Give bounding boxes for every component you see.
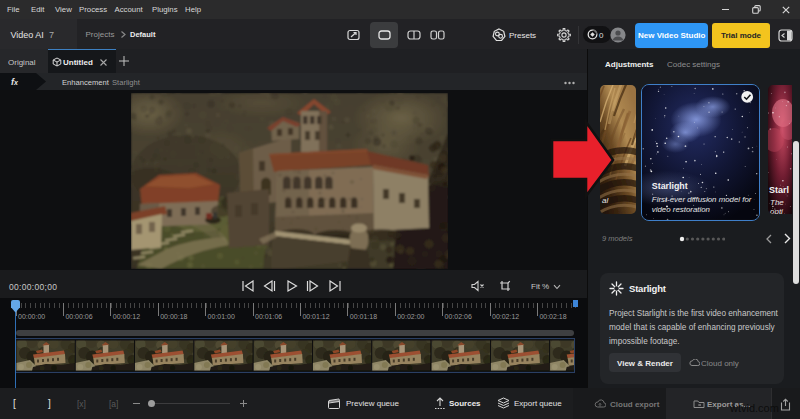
svg-text:Starlight: Starlight (652, 181, 688, 191)
svg-text:First-ever diffusion model for: First-ever diffusion model for (652, 195, 752, 204)
svg-text:Starl: Starl (769, 185, 789, 195)
svg-text:opti: opti (770, 207, 783, 214)
svg-text:video restoration: video restoration (652, 205, 711, 214)
svg-text:The: The (770, 198, 784, 207)
